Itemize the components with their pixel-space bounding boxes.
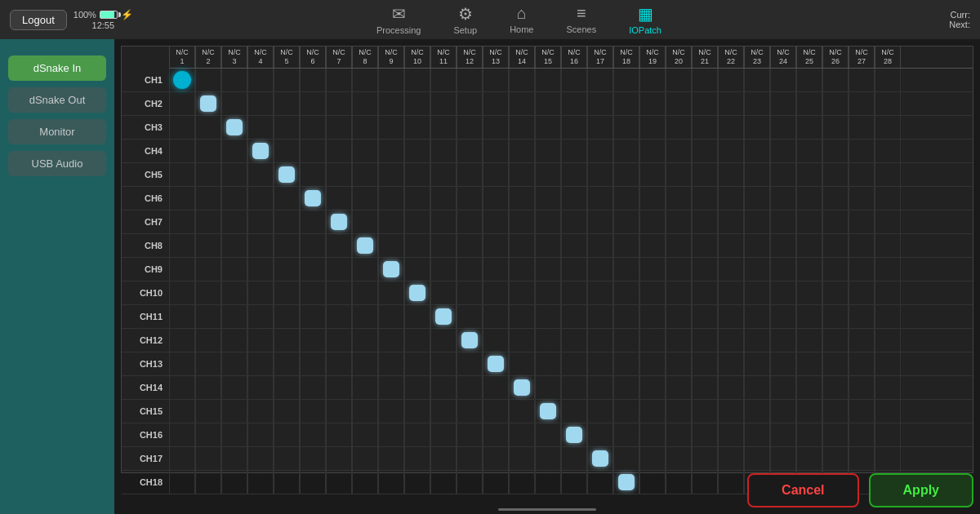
grid-cell-ch18-col1[interactable] <box>169 471 195 494</box>
grid-cell-ch7-col12[interactable] <box>457 210 483 233</box>
grid-cell-ch14-col26[interactable] <box>822 376 849 399</box>
grid-cell-ch8-col22[interactable] <box>718 234 744 257</box>
grid-cell-ch1-col18[interactable] <box>613 69 639 91</box>
grid-cell-ch13-col1[interactable] <box>169 352 195 375</box>
grid-cell-ch3-col23[interactable] <box>744 116 770 139</box>
grid-cell-ch15-col13[interactable] <box>483 400 509 423</box>
sidebar-item-usb-audio[interactable]: USB Audio <box>8 151 106 176</box>
grid-cell-ch6-col18[interactable] <box>613 187 639 210</box>
grid-cell-ch13-col5[interactable] <box>274 352 300 375</box>
grid-cell-ch8-col24[interactable] <box>770 234 796 257</box>
grid-cell-ch8-col14[interactable] <box>509 234 535 257</box>
grid-cell-ch8-col13[interactable] <box>483 234 509 257</box>
grid-cell-ch15-col25[interactable] <box>796 400 822 423</box>
grid-cell-ch11-col3[interactable] <box>221 305 247 328</box>
grid-cell-ch4-col21[interactable] <box>692 140 718 162</box>
grid-cell-ch14-col12[interactable] <box>457 376 483 399</box>
grid-cell-ch7-col9[interactable] <box>378 210 404 233</box>
grid-cell-ch18-col21[interactable] <box>692 471 718 494</box>
grid-cell-ch1-col10[interactable] <box>404 69 430 91</box>
grid-cell-ch10-col15[interactable] <box>535 281 561 304</box>
grid-cell-ch4-col3[interactable] <box>221 140 247 162</box>
grid-cell-ch5-col16[interactable] <box>561 163 587 186</box>
grid-cell-ch4-col28[interactable] <box>875 140 901 162</box>
grid-cell-ch10-col21[interactable] <box>692 281 718 304</box>
grid-cell-ch1-col13[interactable] <box>483 69 509 91</box>
grid-cell-ch9-col23[interactable] <box>744 258 770 281</box>
grid-cell-ch1-col25[interactable] <box>796 69 822 91</box>
grid-cell-ch5-col23[interactable] <box>744 163 770 186</box>
grid-cell-ch18-col3[interactable] <box>221 471 247 494</box>
grid-cell-ch1-col15[interactable] <box>535 69 561 91</box>
grid-cell-ch11-col22[interactable] <box>718 305 744 328</box>
grid-cell-ch9-col14[interactable] <box>509 258 535 281</box>
grid-cell-ch15-col23[interactable] <box>744 400 770 423</box>
grid-cell-ch1-col12[interactable] <box>457 69 483 91</box>
grid-cell-ch4-col22[interactable] <box>718 140 744 162</box>
grid-cell-ch8-col11[interactable] <box>430 234 457 257</box>
grid-cell-ch4-col12[interactable] <box>457 140 483 162</box>
grid-cell-ch15-col11[interactable] <box>430 400 457 423</box>
grid-cell-ch12-col8[interactable] <box>352 329 378 352</box>
grid-cell-ch2-col18[interactable] <box>613 92 639 115</box>
grid-cell-ch2-col13[interactable] <box>483 92 509 115</box>
grid-cell-ch8-col2[interactable] <box>195 234 221 257</box>
grid-cell-ch1-col3[interactable] <box>221 69 247 91</box>
grid-cell-ch11-col24[interactable] <box>770 305 796 328</box>
grid-cell-ch16-col20[interactable] <box>666 423 692 446</box>
grid-cell-ch13-col15[interactable] <box>535 352 561 375</box>
grid-cell-ch16-col9[interactable] <box>378 423 404 446</box>
grid-cell-ch4-col4[interactable] <box>247 140 274 162</box>
grid-cell-ch13-col25[interactable] <box>796 352 822 375</box>
grid-cell-ch8-col4[interactable] <box>247 234 274 257</box>
grid-cell-ch11-col19[interactable] <box>639 305 666 328</box>
grid-cell-ch4-col24[interactable] <box>770 140 796 162</box>
grid-cell-ch9-col16[interactable] <box>561 258 587 281</box>
grid-cell-ch10-col8[interactable] <box>352 281 378 304</box>
grid-cell-ch12-col1[interactable] <box>169 329 195 352</box>
grid-cell-ch18-col22[interactable] <box>718 471 744 494</box>
grid-cell-ch3-col24[interactable] <box>770 116 796 139</box>
grid-cell-ch18-col12[interactable] <box>457 471 483 494</box>
grid-cell-ch4-col15[interactable] <box>535 140 561 162</box>
grid-cell-ch10-col4[interactable] <box>247 281 274 304</box>
grid-cell-ch13-col28[interactable] <box>875 352 901 375</box>
grid-cell-ch5-col28[interactable] <box>875 163 901 186</box>
grid-cell-ch11-col25[interactable] <box>796 305 822 328</box>
cancel-button[interactable]: Cancel <box>747 473 858 507</box>
grid-cell-ch2-col28[interactable] <box>875 92 901 115</box>
grid-cell-ch3-col5[interactable] <box>274 116 300 139</box>
grid-cell-ch13-col16[interactable] <box>561 352 587 375</box>
grid-cell-ch11-col27[interactable] <box>849 305 875 328</box>
grid-cell-ch15-col4[interactable] <box>247 400 274 423</box>
grid-cell-ch3-col18[interactable] <box>613 116 639 139</box>
grid-cell-ch3-col4[interactable] <box>247 116 274 139</box>
grid-cell-ch14-col9[interactable] <box>378 376 404 399</box>
grid-cell-ch2-col17[interactable] <box>587 92 613 115</box>
grid-cell-ch12-col22[interactable] <box>718 329 744 352</box>
grid-cell-ch7-col13[interactable] <box>483 210 509 233</box>
grid-cell-ch2-col11[interactable] <box>430 92 457 115</box>
grid-cell-ch15-col6[interactable] <box>300 400 326 423</box>
grid-cell-ch2-col15[interactable] <box>535 92 561 115</box>
grid-cell-ch12-col12[interactable] <box>457 329 483 352</box>
grid-cell-ch3-col19[interactable] <box>639 116 666 139</box>
grid-cell-ch5-col15[interactable] <box>535 163 561 186</box>
grid-cell-ch4-col18[interactable] <box>613 140 639 162</box>
grid-cell-ch12-col9[interactable] <box>378 329 404 352</box>
grid-cell-ch15-col21[interactable] <box>692 400 718 423</box>
grid-cell-ch16-col15[interactable] <box>535 423 561 446</box>
grid-cell-ch7-col1[interactable] <box>169 210 195 233</box>
grid-cell-ch9-col2[interactable] <box>195 258 221 281</box>
grid-cell-ch17-col13[interactable] <box>483 447 509 470</box>
grid-cell-ch2-col26[interactable] <box>822 92 849 115</box>
grid-cell-ch18-col19[interactable] <box>639 471 666 494</box>
grid-cell-ch13-col9[interactable] <box>378 352 404 375</box>
grid-cell-ch10-col12[interactable] <box>457 281 483 304</box>
grid-cell-ch8-col3[interactable] <box>221 234 247 257</box>
grid-cell-ch3-col13[interactable] <box>483 116 509 139</box>
grid-cell-ch14-col23[interactable] <box>744 376 770 399</box>
grid-cell-ch16-col3[interactable] <box>221 423 247 446</box>
grid-cell-ch2-col19[interactable] <box>639 92 666 115</box>
grid-cell-ch5-col8[interactable] <box>352 163 378 186</box>
